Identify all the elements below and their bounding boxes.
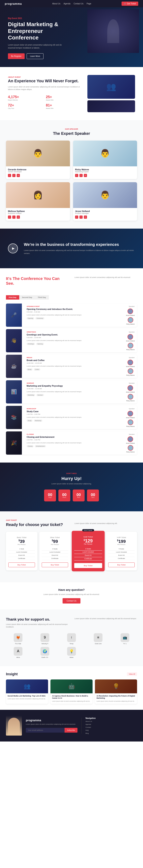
schedule-type-opening: Opening Event — [27, 306, 119, 307]
linkedin-icon-3[interactable]: in — [17, 216, 20, 219]
view-all-button[interactable]: View All — [127, 672, 137, 676]
schedule-type-study: Workshop — [27, 408, 119, 410]
insight-img-2: 🤖 — [51, 679, 92, 693]
schedule-item-closing: 🎉 Closing Closing and Entertainment 3:00… — [6, 431, 137, 455]
insights-grid: 👥 Social Media List Marketing: Top List … — [6, 679, 137, 704]
schedule-name-opening: Opening Ceremony and Introduce the Event… — [27, 308, 119, 310]
schedule-tag-greet-1: Greetings — [27, 343, 35, 345]
schedule-time-marketing: 10:30 AM – 11:30 AM — [27, 388, 119, 390]
facebook-icon-3[interactable]: f — [12, 216, 16, 219]
faq-section: Have any question? Lorem ipsum dolor sit… — [0, 582, 143, 610]
stats-title: An Experience You Will Never Forget. — [8, 79, 81, 83]
insight-title-3: AI Revolution: Impacting the Future of D… — [96, 695, 136, 700]
twitter-icon-1[interactable]: t — [8, 174, 11, 177]
ticket-silver: Silver Ticket $99 Per Person 2 Seats Lun… — [39, 532, 71, 570]
ticket-price-basic: $39 — [8, 539, 35, 544]
faq-desc: Lorem ipsum dolor sit amet consectetur a… — [6, 593, 137, 595]
nav-page[interactable]: Page — [87, 3, 91, 5]
register-button[interactable]: Be Register — [8, 53, 25, 59]
buy-gold-button[interactable]: Buy Ticket — [74, 563, 102, 568]
speaker-label-opening: Speaker — [129, 306, 135, 307]
linkedin-icon-2[interactable]: in — [84, 174, 87, 177]
stats-tag: About Event — [8, 76, 21, 78]
contact-us-button[interactable]: Contact Us — [63, 598, 80, 603]
learn-more-button[interactable]: Learn More — [27, 53, 44, 59]
buy-vvip-button[interactable]: Buy Ticket — [108, 562, 135, 567]
stats-section: About Event An Experience You Will Never… — [0, 67, 143, 120]
schedule-img-opening: 🎤 — [6, 304, 22, 327]
hurry-desc: Lorem ipsum dolor sit amet consectetur a… — [6, 483, 137, 485]
insight-3: 💡 AI Revolution: Impacting the Future of… — [95, 679, 137, 704]
footer-nav-faq[interactable]: FAQ — [86, 730, 137, 731]
footer-nav-about[interactable]: About Us — [86, 720, 137, 722]
facebook-icon-1[interactable]: f — [12, 174, 16, 177]
speaker-card-2: 👨 Ricky Malone Marketing Expert t f in — [73, 141, 137, 179]
sponsors-right-desc: Lorem ipsum dolor sit amet consectetur a… — [75, 617, 137, 620]
nav-agenda[interactable]: Agenda — [63, 3, 70, 5]
sponsor-2: 9 Velocity 9 — [33, 633, 57, 645]
footer-desc: Lorem ipsum dolor sit amet consectetur a… — [26, 723, 78, 725]
footer-nav-agenda[interactable]: Agenda — [86, 723, 137, 725]
schedule-time-closing: 3:00 PM – 4:00 PM — [27, 439, 119, 441]
footer-nav-contact[interactable]: Contact — [86, 726, 137, 728]
twitter-icon-3[interactable]: t — [8, 216, 11, 219]
ticket-vvip: VVlP Ticket $199 Per Person 5 Seats Lunc… — [106, 532, 137, 570]
newsletter-email-input[interactable] — [26, 728, 64, 733]
sponsor-6: A Ailca — [6, 647, 30, 658]
schedule-desc-break: Lorem ipsum dolor sit amet consectetur a… — [27, 365, 119, 367]
speaker-avatar-6 — [128, 368, 133, 374]
countdown: 00 Days 00 Hours 00 Mins 00 Secs — [6, 490, 137, 501]
buy-basic-button[interactable]: Buy Ticket — [8, 562, 35, 567]
schedule-time-opening: 9:00 AM – 9:30 AM — [27, 311, 119, 313]
speaker-name-1: Gerardo Ambrose — [8, 168, 68, 171]
speaker-card-1: 👨 Gerardo Ambrose Senior Developer t f i… — [6, 141, 70, 179]
speaker-name-2: Ricky Malone — [75, 168, 135, 171]
play-button[interactable] — [8, 244, 18, 253]
schedule-tag-break-1: Break — [27, 368, 33, 371]
footer-nav-blog[interactable]: Blog — [86, 733, 137, 734]
speaker-role-4: Product Manager — [75, 212, 135, 214]
footer-logo: programma — [26, 719, 78, 722]
sponsor-7: 🌍 Earth 2.0 — [33, 647, 57, 658]
speaker-card-4: 👨 Jesse Holland Product Manager t f in — [73, 182, 137, 221]
newsletter-submit-button[interactable]: Subscribe — [64, 728, 77, 733]
sponsor-5: 📺 TV 1 — [113, 633, 137, 645]
countdown-days: 00 Days — [44, 490, 56, 501]
speaker-avatar-1 — [127, 309, 133, 314]
footer-newsletter: Subscribe — [26, 728, 78, 733]
twitter-icon-2[interactable]: t — [75, 174, 78, 177]
linkedin-icon-1[interactable]: in — [17, 174, 20, 177]
sponsors-desc: Lorem ipsum dolor sit amet consectetur a… — [6, 623, 68, 628]
schedule-name-closing: Closing and Entertainment — [27, 436, 119, 438]
nav-contact[interactable]: Contact Us — [74, 3, 83, 5]
linkedin-icon-4[interactable]: in — [84, 216, 87, 219]
countdown-hours: 00 Hours — [58, 490, 70, 501]
nav-about[interactable]: About Us — [52, 3, 60, 5]
tab-first-day[interactable]: First Day — [6, 295, 19, 300]
insight-img-1: 👥 — [6, 679, 48, 693]
tab-third-day[interactable]: Third Day — [35, 295, 49, 300]
hero-title: Digital Marketing & Entrepreneur Confere… — [8, 21, 72, 41]
tickets-tag: Our Ticket — [6, 519, 137, 521]
stat-4: 81+ Award Win — [46, 103, 81, 109]
conference-title: It's The Conference You Can See. — [6, 276, 68, 286]
schedule-img-break: ☕ — [6, 355, 22, 378]
speaker-role-3: Business Analyst — [8, 212, 68, 214]
footer-divider — [81, 718, 82, 734]
buy-silver-button[interactable]: Buy Ticket — [42, 562, 68, 567]
ticket-price-gold: $129 — [74, 539, 102, 543]
stat-label-3: City Tour — [8, 107, 44, 109]
stat-1: 4,175+ Expert Mentor — [8, 95, 44, 101]
twitter-icon-4[interactable]: t — [75, 216, 78, 219]
speakers-section: Our Speaker The Expert Speaker 👨 Gerardo… — [0, 120, 143, 228]
transform-title: We're in the business of transforming ex… — [24, 242, 135, 247]
schedule-time-greetings: 9:30 AM – 10:00 AM — [27, 337, 119, 338]
hurry-section: Don't Miss Hurry Up! Lorem ipsum dolor s… — [0, 463, 143, 511]
tab-second-day[interactable]: Second Day — [19, 295, 35, 300]
get-ticket-button[interactable]: 🛒 Get Ticket — [121, 2, 138, 6]
faq-title: Have any question? — [6, 588, 137, 591]
stat-2: 25+ Award Win — [46, 95, 81, 101]
facebook-icon-4[interactable]: f — [80, 216, 83, 219]
schedule-time-break: 10:00 AM – 10:30 AM — [27, 362, 119, 364]
facebook-icon-2[interactable]: f — [80, 174, 83, 177]
